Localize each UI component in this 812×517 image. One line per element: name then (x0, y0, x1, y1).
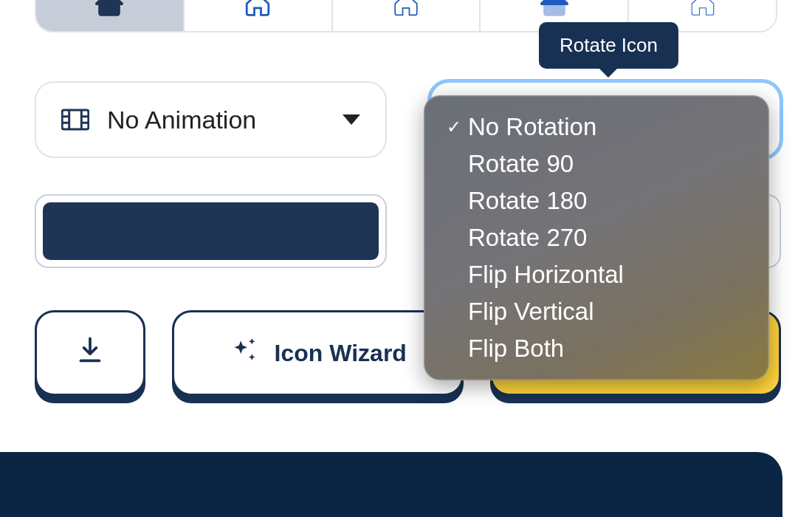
sparkles-icon (229, 335, 258, 371)
menu-item-label: Rotate 180 (468, 187, 587, 215)
menu-item-label: Flip Horizontal (468, 261, 624, 289)
icon-wizard-button[interactable]: Icon Wizard (172, 310, 464, 396)
style-tab-solid[interactable] (36, 0, 185, 31)
primary-color-picker[interactable] (35, 194, 387, 268)
rotation-option-rotate-180[interactable]: Rotate 180 (424, 182, 769, 219)
check-icon: ✓ (444, 117, 464, 137)
menu-item-label: Flip Both (468, 335, 564, 363)
house-icon (392, 0, 420, 21)
rotate-icon-tooltip: Rotate Icon (539, 22, 678, 69)
menu-item-label: Rotate 270 (468, 224, 587, 252)
rotation-option-rotate-90[interactable]: Rotate 90 (424, 145, 769, 182)
rotation-option-flip-vertical[interactable]: Flip Vertical (424, 293, 769, 330)
rotation-option-no-rotation[interactable]: ✓ No Rotation (424, 109, 769, 145)
style-tab-regular[interactable] (185, 0, 333, 31)
menu-item-label: Flip Vertical (468, 298, 594, 326)
animation-select[interactable]: No Animation (35, 81, 387, 158)
menu-item-label: Rotate 90 (468, 150, 574, 178)
animation-select-label: No Animation (107, 106, 256, 134)
rotation-menu: ✓ No Rotation Rotate 90 Rotate 180 Rotat… (424, 95, 769, 380)
rotation-option-flip-both[interactable]: Flip Both (424, 330, 769, 367)
house-icon (95, 0, 123, 21)
rotation-option-rotate-270[interactable]: Rotate 270 (424, 219, 769, 256)
rotation-option-flip-horizontal[interactable]: Flip Horizontal (424, 256, 769, 293)
icon-wizard-label: Icon Wizard (275, 340, 407, 367)
house-icon (244, 0, 272, 21)
chevron-down-icon (343, 114, 360, 125)
download-button[interactable] (35, 310, 145, 396)
house-icon (540, 0, 568, 21)
primary-color-swatch (43, 202, 379, 260)
film-icon (61, 106, 89, 134)
style-tab-light[interactable] (333, 0, 481, 31)
tooltip-text: Rotate Icon (560, 34, 658, 56)
menu-item-label: No Rotation (468, 113, 596, 141)
house-icon (689, 0, 717, 21)
footer-band (0, 452, 782, 517)
download-icon (75, 335, 105, 371)
